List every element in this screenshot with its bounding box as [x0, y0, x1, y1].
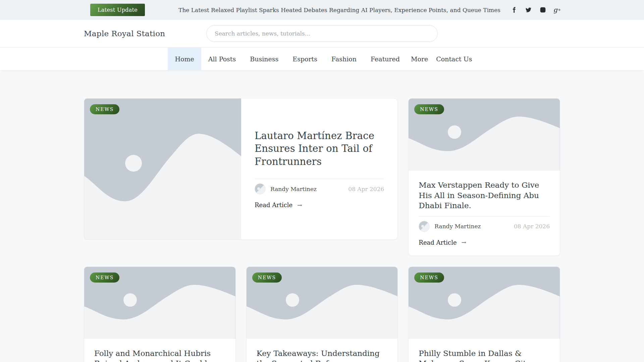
arrow-right-icon: →	[462, 239, 466, 246]
article-thumbnail[interactable]: NEWS	[409, 267, 560, 339]
search-input[interactable]	[206, 25, 438, 42]
article-thumbnail[interactable]: NEWS	[247, 267, 398, 339]
author-avatar	[419, 221, 430, 232]
publish-date: 08 Apr 2026	[514, 223, 550, 230]
latest-update-button[interactable]: Latest Update	[90, 4, 145, 16]
arrow-right-icon: →	[297, 202, 302, 208]
article-title[interactable]: Key Takeaways: Understanding the Suggest…	[257, 348, 388, 362]
article-title[interactable]: Philly Stumble in Dallas & Mahomes Saves…	[419, 348, 550, 362]
article-title[interactable]: Lautaro Martínez Brace Ensures Inter on …	[255, 129, 384, 168]
site-header: Maple Royal Station	[0, 20, 644, 47]
nav-item-esports[interactable]: Esports	[285, 48, 324, 70]
nav-item-home[interactable]: Home	[168, 48, 201, 70]
publish-date: 08 Apr 2026	[348, 186, 384, 192]
article-thumbnail[interactable]: NEWS	[409, 99, 560, 171]
nav-item-contact-us[interactable]: Contact Us	[432, 48, 476, 70]
placeholder-image-icon	[84, 99, 241, 239]
google-plus-icon[interactable]: g+	[554, 7, 560, 13]
article-thumbnail[interactable]: NEWS	[84, 267, 235, 339]
author-name[interactable]: Randy Martinez	[434, 223, 481, 230]
article-card: NEWS Max Verstappen Ready to Give His Al…	[408, 98, 560, 256]
nav-item-business[interactable]: Business	[243, 48, 285, 70]
placeholder-sun-icon	[125, 155, 142, 172]
nav-item-featured[interactable]: Featured	[364, 48, 407, 70]
category-badge: NEWS	[90, 273, 119, 283]
news-ticker: The Latest Relaxed Playlist Sparks Heate…	[178, 7, 500, 13]
category-badge: NEWS	[414, 273, 444, 283]
article-title[interactable]: Folly and Monarchical Hubris Ruined Andr…	[94, 348, 225, 362]
article-card: NEWS Philly Stumble in Dallas & Mahomes …	[408, 266, 560, 362]
main-nav: Home All Posts Business Esports Fashion …	[0, 47, 644, 70]
facebook-icon[interactable]	[511, 7, 517, 13]
twitter-icon[interactable]	[525, 7, 531, 13]
category-badge: NEWS	[252, 273, 282, 283]
read-article-link[interactable]: Read Article →	[255, 201, 384, 208]
featured-article-card: NEWS Lautaro Martínez Brace Ensures Inte…	[84, 98, 398, 240]
category-badge: NEWS	[90, 104, 119, 114]
nav-item-all-posts[interactable]: All Posts	[201, 48, 243, 70]
article-card: NEWS Folly and Monarchical Hubris Ruined…	[84, 266, 236, 362]
top-bar: Latest Update The Latest Relaxed Playlis…	[0, 0, 644, 20]
read-article-link[interactable]: Read Article →	[419, 239, 466, 246]
author-name[interactable]: Randy Martinez	[270, 186, 317, 192]
author-avatar	[255, 183, 266, 194]
article-thumbnail[interactable]: NEWS	[84, 99, 241, 239]
instagram-icon[interactable]	[540, 7, 546, 13]
main-content: NEWS Lautaro Martínez Brace Ensures Inte…	[84, 70, 560, 362]
social-links: g+	[511, 7, 560, 13]
article-title[interactable]: Max Verstappen Ready to Give His All in …	[419, 180, 550, 211]
placeholder-sun-icon	[448, 125, 461, 139]
site-title[interactable]: Maple Royal Station	[84, 29, 165, 38]
nav-item-more[interactable]: More	[407, 48, 432, 70]
article-card: NEWS Key Takeaways: Understanding the Su…	[246, 266, 398, 362]
nav-item-fashion[interactable]: Fashion	[324, 48, 364, 70]
placeholder-sun-icon	[286, 293, 299, 307]
category-badge: NEWS	[414, 104, 444, 114]
